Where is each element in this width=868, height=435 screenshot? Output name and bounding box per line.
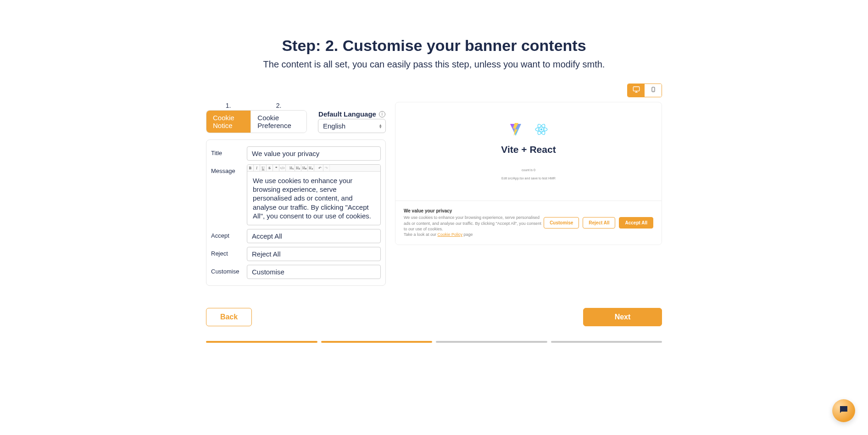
h4-button[interactable]: H₄ bbox=[308, 165, 314, 171]
language-selected: English bbox=[323, 122, 345, 130]
tab-number-2: 2. bbox=[276, 102, 282, 109]
cookie-policy-link[interactable]: Cookie Policy bbox=[438, 232, 463, 237]
cookie-banner-preview: We value your privacy We use cookies to … bbox=[395, 201, 662, 245]
tab-cookie-notice[interactable]: Cookie Notice bbox=[206, 111, 250, 133]
code-button[interactable]: </> bbox=[279, 165, 286, 171]
page-subtitle: The content is all set, you can easily p… bbox=[206, 59, 662, 70]
default-language-label: Default Language bbox=[318, 110, 376, 118]
undo-button[interactable]: ↶ bbox=[317, 165, 323, 171]
h2-button[interactable]: H₂ bbox=[295, 165, 301, 171]
back-button[interactable]: Back bbox=[206, 308, 252, 326]
banner-policy-prefix: Take a look at our bbox=[404, 232, 438, 237]
preview-app-title: Vite + React bbox=[501, 144, 556, 155]
chat-widget-button[interactable] bbox=[832, 399, 855, 422]
view-toggle bbox=[627, 84, 662, 97]
editor-toolbar: B I U S ❝ </> H₁ H₂ H₃ H₄ ↶ bbox=[247, 165, 380, 172]
title-input[interactable] bbox=[247, 146, 381, 161]
preview-reject-button[interactable]: Reject All bbox=[583, 217, 615, 229]
customise-label: Customise bbox=[211, 265, 247, 275]
banner-policy-suffix: page bbox=[462, 232, 473, 237]
info-icon[interactable]: i bbox=[379, 111, 385, 117]
banner-message: We use cookies to enhance your browsing … bbox=[404, 215, 541, 231]
language-select[interactable]: English ▴▾ bbox=[318, 119, 386, 133]
redo-button[interactable]: ↷ bbox=[323, 165, 330, 171]
svg-point-7 bbox=[540, 128, 543, 131]
progress-step-3 bbox=[436, 341, 547, 343]
message-editor[interactable]: We use cookies to enhance your browsing … bbox=[247, 172, 380, 225]
next-button[interactable]: Next bbox=[583, 308, 662, 326]
italic-button[interactable]: I bbox=[254, 165, 260, 171]
accept-label: Accept bbox=[211, 229, 247, 239]
bold-button[interactable]: B bbox=[247, 165, 254, 171]
accept-input[interactable] bbox=[247, 229, 381, 243]
desktop-view-button[interactable] bbox=[628, 84, 645, 97]
mobile-view-button[interactable] bbox=[645, 84, 662, 97]
tab-cookie-preference[interactable]: Cookie Preference bbox=[251, 111, 306, 133]
h3-button[interactable]: H₃ bbox=[301, 165, 308, 171]
monitor-icon bbox=[632, 86, 640, 95]
preview-accept-button[interactable]: Accept All bbox=[619, 217, 653, 229]
chevron-updown-icon: ▴▾ bbox=[379, 124, 382, 128]
reject-label: Reject bbox=[211, 247, 247, 257]
h1-button[interactable]: H₁ bbox=[289, 165, 295, 171]
banner-form: Title Message B I U S ❝ </> bbox=[206, 139, 386, 286]
reject-input[interactable] bbox=[247, 247, 381, 261]
tab-number-1: 1. bbox=[226, 102, 231, 109]
banner-title: We value your privacy bbox=[404, 208, 541, 213]
progress-bar bbox=[206, 341, 662, 343]
progress-step-2 bbox=[321, 341, 433, 343]
preview-panel: Vite + React count is 0 Edit src/App.tsx… bbox=[395, 102, 662, 245]
message-label: Message bbox=[211, 164, 247, 174]
page-title: Step: 2. Customise your banner contents bbox=[206, 37, 662, 55]
quote-button[interactable]: ❝ bbox=[273, 165, 279, 171]
preview-count: count is 0 bbox=[501, 168, 556, 173]
chat-icon bbox=[838, 404, 849, 417]
vite-logo-icon bbox=[508, 122, 523, 137]
strike-button[interactable]: S bbox=[267, 165, 273, 171]
mobile-icon bbox=[651, 86, 656, 95]
progress-step-4 bbox=[551, 341, 662, 343]
svg-rect-0 bbox=[633, 87, 639, 91]
title-label: Title bbox=[211, 146, 247, 156]
underline-button[interactable]: U bbox=[260, 165, 267, 171]
preview-customise-button[interactable]: Customise bbox=[544, 217, 579, 229]
progress-step-1 bbox=[206, 341, 317, 343]
react-logo-icon bbox=[534, 122, 549, 137]
preview-hint: Edit src/App.tsx and save to test HMR bbox=[501, 176, 556, 181]
customise-input[interactable] bbox=[247, 265, 381, 279]
